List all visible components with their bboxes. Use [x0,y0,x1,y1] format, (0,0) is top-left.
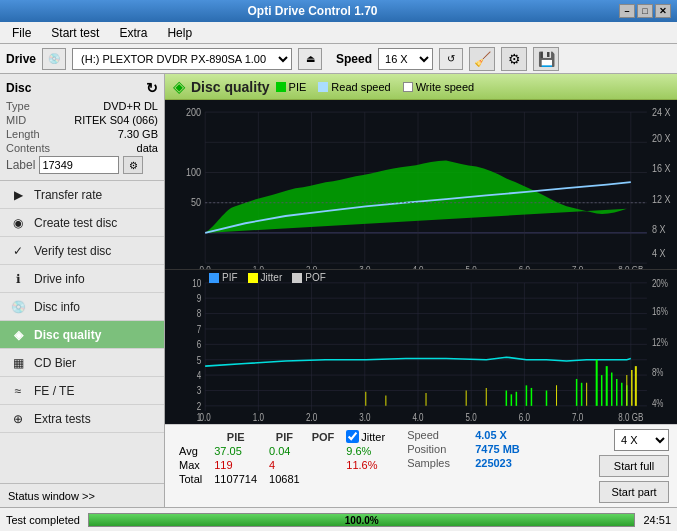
disc-contents-row: Contents data [6,142,158,154]
eject-button[interactable]: ⏏ [298,48,322,70]
stats-bar: PIE PIF POF Jitter Avg 37.05 0.04 [165,424,677,507]
disc-type-val: DVD+R DL [103,100,158,112]
cd-bier-icon: ▦ [10,356,26,370]
max-pie: 119 [208,458,263,472]
speed-stats: Speed 4.05 X Position 7475 MB Samples 22… [407,429,520,469]
sidebar-item-extra-tests[interactable]: ⊕ Extra tests [0,405,164,433]
speed-select[interactable]: 16 X [378,48,433,70]
speed-stat-samples-val: 225023 [475,457,512,469]
svg-text:50: 50 [191,197,201,209]
sidebar-item-create-test-disc[interactable]: ◉ Create test disc [0,209,164,237]
sidebar-item-verify-test-disc[interactable]: ✓ Verify test disc [0,237,164,265]
avg-pof [306,444,341,458]
speed-stat-speed-val: 4.05 X [475,429,507,441]
status-bar: Test completed 100.0% 24:51 [0,507,677,531]
disc-mid-val: RITEK S04 (066) [74,114,158,126]
create-test-disc-icon: ◉ [10,216,26,230]
save-button[interactable]: 💾 [533,47,559,71]
content-area: ◈ Disc quality PIE Read speed Write spee… [165,74,677,507]
window-controls[interactable]: – □ ✕ [619,4,671,18]
status-window-label: Status window >> [8,490,95,502]
speed-stat-position-val: 7475 MB [475,443,520,455]
disc-info-nav-icon: 💿 [10,300,26,314]
status-text: Test completed [6,514,80,526]
menu-extra[interactable]: Extra [111,24,155,42]
svg-text:4.0: 4.0 [412,263,423,269]
col-pif: PIF [263,429,306,444]
legend-pie: PIE [276,81,307,93]
sidebar-item-fe-te[interactable]: ≈ FE / TE [0,377,164,405]
svg-text:4 X: 4 X [652,247,666,259]
jitter-col-label: Jitter [361,431,385,443]
disc-panel-header: Disc ↻ [6,80,158,96]
close-button[interactable]: ✕ [655,4,671,18]
speed-stat-position: Position 7475 MB [407,443,520,455]
svg-text:200: 200 [186,106,201,118]
svg-text:4.0: 4.0 [412,413,423,424]
legend2-pif-label: PIF [222,272,238,283]
refresh-button[interactable]: ↺ [439,48,463,70]
svg-text:100: 100 [186,166,201,178]
svg-text:5.0: 5.0 [466,263,477,269]
svg-text:8 X: 8 X [652,223,666,235]
disc-length-key: Length [6,128,40,140]
cd-bier-label: CD Bier [34,356,76,370]
minimize-button[interactable]: – [619,4,635,18]
svg-text:6.0: 6.0 [519,263,530,269]
jitter-check[interactable]: Jitter [346,430,385,443]
svg-text:3.0: 3.0 [359,263,370,269]
settings-button[interactable]: ⚙ [501,47,527,71]
disc-quality-header-icon: ◈ [173,77,185,96]
svg-text:1.0: 1.0 [253,263,264,269]
sidebar-item-disc-info[interactable]: 💿 Disc info [0,293,164,321]
legend2-jitter: Jitter [248,272,283,283]
total-pie: 1107714 [208,472,263,486]
start-full-button[interactable]: Start full [599,455,669,477]
disc-label-row: Label ⚙ [6,156,158,174]
sidebar-item-transfer-rate[interactable]: ▶ Transfer rate [0,181,164,209]
verify-test-disc-icon: ✓ [10,244,26,258]
drive-label: Drive [6,52,36,66]
sidebar-item-disc-quality[interactable]: ◈ Disc quality [0,321,164,349]
svg-text:1.0: 1.0 [253,413,264,424]
disc-panel-title: Disc [6,81,31,95]
extra-tests-label: Extra tests [34,412,91,426]
svg-text:4: 4 [197,370,201,381]
avg-pif: 0.04 [263,444,306,458]
status-window-bar[interactable]: Status window >> [0,483,164,507]
disc-info-panel: Disc ↻ Type DVD+R DL MID RITEK S04 (066)… [0,74,164,181]
disc-label-key: Label [6,158,35,172]
menu-help[interactable]: Help [159,24,200,42]
max-label: Max [173,458,208,472]
sidebar-item-drive-info[interactable]: ℹ Drive info [0,265,164,293]
menu-start-test[interactable]: Start test [43,24,107,42]
svg-text:24 X: 24 X [652,106,671,118]
disc-quality-title: Disc quality [191,79,270,95]
maximize-button[interactable]: □ [637,4,653,18]
avg-label: Avg [173,444,208,458]
erase-button[interactable]: 🧹 [469,47,495,71]
svg-text:5: 5 [197,355,201,366]
speed-stat-samples: Samples 225023 [407,457,520,469]
stats-total-row: Total 1107714 10681 [173,472,391,486]
action-speed-dropdown[interactable]: 4 X 8 X 16 X [614,429,669,451]
drive-icon: 💿 [42,48,66,70]
disc-label-input[interactable] [39,156,119,174]
legend-read-speed-dot [318,82,328,92]
disc-label-btn[interactable]: ⚙ [123,156,143,174]
svg-text:9: 9 [197,293,201,304]
svg-text:5.0: 5.0 [466,413,477,424]
svg-rect-35 [165,270,677,424]
start-part-button[interactable]: Start part [599,481,669,503]
jitter-checkbox[interactable] [346,430,359,443]
drive-select[interactable]: (H:) PLEXTOR DVDR PX-890SA 1.00 [72,48,292,70]
menu-file[interactable]: File [4,24,39,42]
total-pof [306,472,341,486]
speed-stat-samples-label: Samples [407,457,467,469]
sidebar-item-cd-bier[interactable]: ▦ CD Bier [0,349,164,377]
sidebar: Disc ↻ Type DVD+R DL MID RITEK S04 (066)… [0,74,165,507]
chart2-svg: 10 9 8 7 6 5 4 3 2 1 20% 16% 12% 8% 4% [165,270,677,424]
svg-text:3.0: 3.0 [359,413,370,424]
disc-refresh-icon[interactable]: ↻ [146,80,158,96]
menu-bar: File Start test Extra Help [0,22,677,44]
